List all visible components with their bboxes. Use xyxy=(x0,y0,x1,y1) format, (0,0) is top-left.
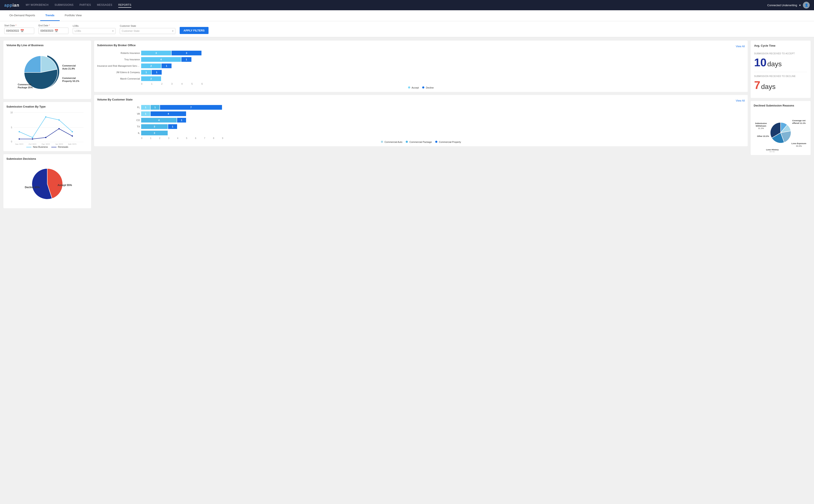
vol-by-lob-title: Volume By Line of Business xyxy=(6,44,88,47)
state-label-tx: TX xyxy=(97,125,140,128)
state-x-5: 5 xyxy=(186,137,195,139)
nav-submissions[interactable]: SUBMISSIONS xyxy=(55,3,74,8)
accept-dot xyxy=(408,86,410,89)
svg-point-17 xyxy=(19,131,20,132)
vol-state-title: Volume By Customer State xyxy=(97,98,133,101)
vol-state-view-all[interactable]: View All xyxy=(736,99,745,102)
svg-text:Loss Exposure: Loss Exposure xyxy=(792,142,807,145)
svg-text:Property 53.1%: Property 53.1% xyxy=(62,80,79,82)
svg-text:Package 25%: Package 25% xyxy=(18,86,33,89)
state-co-pkg: 4 xyxy=(141,118,177,123)
state-label-fl: FL xyxy=(97,106,140,109)
tab-portfolio-view[interactable]: Portfolio View xyxy=(60,10,87,21)
tab-on-demand-reports[interactable]: On-Demand Reports xyxy=(4,10,40,21)
accept-cycle-value: 10 xyxy=(754,56,767,69)
broker-track-marsh: 2 xyxy=(141,76,745,81)
lobs-placeholder: LOBs xyxy=(75,30,81,33)
state-label: Customer State xyxy=(120,25,175,27)
state-label-co: CO xyxy=(97,119,140,121)
svg-text:Decline 45%: Decline 45% xyxy=(25,186,40,189)
broker-decline-troy: 1 xyxy=(181,57,191,62)
state-fl-auto: 1 xyxy=(141,105,150,110)
svg-text:Dec 2022: Dec 2022 xyxy=(42,143,50,145)
vol-customer-state-card: Volume By Customer State View All FL 1 1… xyxy=(94,95,748,146)
nav-reports[interactable]: REPORTS xyxy=(118,3,131,8)
vol-by-lob-chart: Commercial Auto 21.9% Commercial Propert… xyxy=(6,49,88,96)
vol-by-lob-card: Volume By Line of Business xyxy=(3,41,91,99)
end-date-input[interactable]: 03/03/2023 📅 xyxy=(38,28,68,34)
calendar-icon-end: 📅 xyxy=(55,29,58,33)
line-chart-legend: New Business Renewals xyxy=(6,146,88,148)
accept-cycle-block: SUBMISSION RECEIVED TO ACCEPT 10 days xyxy=(754,49,807,72)
state-tx-pkg: 3 xyxy=(141,124,168,129)
filter-bar: Start Date * 03/03/2022 📅 End Date * 03/… xyxy=(0,21,814,37)
state-fl-prop: 7 xyxy=(160,105,222,110)
nav-my-workbench[interactable]: MY WORKBENCH xyxy=(26,3,48,8)
state-track-co: 4 1 xyxy=(141,118,745,123)
submission-decisions-card: Submission Decisions Decline 45% Accept … xyxy=(3,154,91,208)
decline-cycle-block: SUBMISSION RECEIVED TO DECLINE 7 days xyxy=(754,72,807,95)
broker-row-irm: Insurance and Risk Management Services, … xyxy=(97,64,745,68)
start-date-input[interactable]: 03/03/2022 📅 xyxy=(4,28,34,34)
apply-filters-button[interactable]: APPLY FILTERS xyxy=(180,27,209,34)
middle-column: Submission By Broker Office View All Rob… xyxy=(94,41,748,146)
broker-accept-marsh: 2 xyxy=(141,76,161,81)
svg-point-19 xyxy=(45,116,46,118)
svg-text:Accept 55%: Accept 55% xyxy=(58,184,72,187)
lobs-select[interactable]: LOBs ▾ xyxy=(73,28,115,34)
svg-point-25 xyxy=(58,128,60,129)
state-tx-prop: 1 xyxy=(168,124,177,129)
state-track-va: 1 4 xyxy=(141,111,745,116)
svg-point-21 xyxy=(72,131,73,132)
lobs-group: LOBs LOBs ▾ xyxy=(73,25,115,34)
left-column: Volume By Line of Business xyxy=(3,41,91,208)
chevron-down-icon: ▾ xyxy=(799,4,801,7)
svg-text:Coverage not: Coverage not xyxy=(792,119,806,122)
state-row-va: VA 1 4 xyxy=(97,111,745,116)
state-placeholder: Customer State xyxy=(122,30,139,33)
svg-point-18 xyxy=(32,137,33,138)
prop-dot xyxy=(435,141,437,143)
svg-text:Sep 2022: Sep 2022 xyxy=(15,143,24,145)
legend-new-business-label: New Business xyxy=(33,146,48,148)
accept-cycle-label: SUBMISSION RECEIVED TO ACCEPT xyxy=(754,52,807,55)
decline-cycle-label: SUBMISSION RECEIVED TO DECLINE xyxy=(754,75,807,77)
svg-text:Commercial: Commercial xyxy=(62,77,76,79)
svg-text:Oct 2022: Oct 2022 xyxy=(29,143,37,145)
end-date-group: End Date * 03/03/2023 📅 xyxy=(38,24,68,34)
broker-legend-accept: Accept xyxy=(408,86,419,89)
state-select[interactable]: Customer State ▾ xyxy=(120,28,175,34)
lobs-chevron-icon: ▾ xyxy=(112,30,114,33)
state-row-co: CO 4 1 xyxy=(97,118,745,123)
avatar: 👤 xyxy=(803,2,810,9)
nav-messages[interactable]: MESSAGES xyxy=(97,3,112,8)
state-x-axis: 0 1 2 3 4 5 6 7 8 9 xyxy=(97,137,745,139)
broker-row-roberts: Roberts Insurance 3 3 xyxy=(97,51,745,55)
state-legend-pkg: Commercial Package xyxy=(406,141,432,143)
broker-track-roberts: 3 3 xyxy=(141,51,745,55)
nav-user[interactable]: Connected Underwriting ▾ 👤 xyxy=(767,2,810,9)
broker-x-axis: 0 1 2 3 4 5 6 xyxy=(97,83,745,85)
state-il-pkg: 3 xyxy=(141,131,168,135)
state-chevron-icon: ▾ xyxy=(172,30,173,33)
broker-x-3: 3 xyxy=(171,83,181,85)
state-x-7: 7 xyxy=(204,137,213,139)
broker-track-jw: 1 1 xyxy=(141,70,745,75)
broker-office-view-all[interactable]: View All xyxy=(736,45,745,48)
tab-trends[interactable]: Trends xyxy=(40,10,60,21)
broker-label-jw: JW Edens & Company xyxy=(97,71,140,74)
state-x-9: 9 xyxy=(222,137,231,139)
state-fl-pkg: 1 xyxy=(151,105,160,110)
svg-text:Other 22.2%: Other 22.2% xyxy=(757,135,769,137)
broker-x-5: 5 xyxy=(191,83,201,85)
svg-text:Commercial: Commercial xyxy=(18,83,31,86)
broker-decline-irm: 1 xyxy=(161,64,172,68)
state-legend-prop-label: Commercial Property xyxy=(439,141,461,143)
pkg-dot xyxy=(406,141,408,143)
nav-parties[interactable]: PARTIES xyxy=(80,3,91,8)
svg-text:Loss History: Loss History xyxy=(766,148,779,151)
svg-text:10: 10 xyxy=(10,111,13,114)
decline-cycle-value: 7 xyxy=(754,79,760,91)
state-group: Customer State Customer State ▾ xyxy=(120,25,175,34)
broker-accept-jw: 1 xyxy=(141,70,151,75)
